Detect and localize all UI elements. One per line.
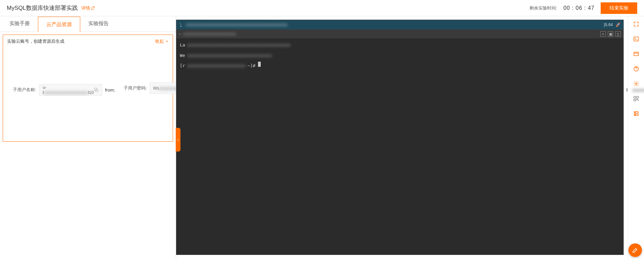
detail-link[interactable]: 详情 bbox=[81, 5, 95, 11]
terminal-cursor bbox=[258, 62, 261, 67]
fullscreen-icon[interactable] bbox=[632, 20, 640, 28]
svg-point-30 bbox=[635, 115, 636, 115]
terminal-prompt-text: xxxxxxxxxxxxxxxxxxxxxxxxxx bbox=[183, 32, 236, 36]
timer-label: 剩余实验时间: bbox=[530, 5, 557, 11]
terminal-area: ‹ xxxxxxxxxxxxxxxxxxxxxxxxxxxxxxxxxxxxxx… bbox=[176, 16, 628, 259]
float-edit-button[interactable] bbox=[628, 243, 642, 257]
terminal-chevron-icon: › bbox=[179, 32, 180, 36]
rocket-icon: 🚀 bbox=[616, 22, 621, 27]
link-out-icon bbox=[91, 6, 95, 10]
terminal-grid-icon[interactable]: ▦ bbox=[608, 31, 613, 37]
qr-icon[interactable] bbox=[632, 95, 640, 102]
right-rail bbox=[628, 16, 644, 259]
terminal-tab-suffix: )5.64 bbox=[604, 22, 613, 27]
terminal-tab-title: xxxxxxxxxxxxxxxxxxxxxxxxxxxxxxxxxxxxxxxx… bbox=[186, 22, 601, 27]
svg-point-23 bbox=[635, 83, 637, 85]
svg-rect-26 bbox=[634, 99, 636, 101]
terminal-line: [r bbox=[180, 62, 185, 70]
svg-rect-25 bbox=[637, 96, 638, 98]
tabs: 实验手册 云产品资源 实验报告 bbox=[0, 16, 176, 32]
terminal-line: We bbox=[180, 52, 185, 60]
header: MySQL数据库快速部署实践 详情 剩余实验时间: 00 : 06 : 47 结… bbox=[0, 0, 644, 16]
svg-rect-20 bbox=[634, 37, 639, 41]
account-section-title: 实验云账号，创建资源后生成 bbox=[7, 38, 64, 44]
chevron-up-icon bbox=[165, 40, 169, 43]
svg-point-29 bbox=[635, 112, 636, 113]
collapse-toggle[interactable]: 收起 bbox=[155, 38, 169, 44]
tab-report[interactable]: 实验报告 bbox=[80, 16, 117, 32]
terminal-prompt-bar: › xxxxxxxxxxxxxxxxxxxxxxxxxx + ▦ ▯ bbox=[176, 29, 623, 38]
window-icon[interactable] bbox=[632, 50, 640, 58]
terminal-body[interactable]: La xxxxxxxxxxxxxxxxxxxxxxxxxxxxxxxxxxxxx… bbox=[176, 38, 623, 255]
tab-resources[interactable]: 云产品资源 bbox=[38, 17, 80, 32]
server-icon[interactable] bbox=[632, 110, 640, 117]
chevron-left-icon: ‹ bbox=[177, 137, 179, 142]
sub-pwd-label: 子用户密码: bbox=[118, 85, 147, 91]
timer-value: 00 : 06 : 47 bbox=[563, 5, 595, 11]
resources-panel: 实验云账号，创建资源后生成 收起 子用户名称: u-txxxxxxxxxxxxx… bbox=[3, 35, 173, 142]
terminal[interactable]: xxxxxxxxxxxxxxxxxxxxxxxxxxxxxxxxxxxxxxxx… bbox=[176, 20, 624, 255]
settings-icon[interactable] bbox=[632, 80, 640, 87]
terminal-add-icon[interactable]: + bbox=[600, 31, 606, 37]
sub-user-value: u-txxxxxxxxxxxxxxxxxxxxl10 bbox=[39, 84, 102, 96]
terminal-line: La bbox=[180, 41, 185, 49]
terminal-rail-icon[interactable] bbox=[632, 35, 640, 43]
sub-user-label: 子用户名称: bbox=[7, 87, 36, 93]
svg-rect-21 bbox=[634, 52, 639, 56]
end-experiment-button[interactable]: 结束实验 bbox=[601, 2, 637, 14]
terminal-tabbar: xxxxxxxxxxxxxxxxxxxxxxxxxxxxxxxxxxxxxxxx… bbox=[176, 20, 623, 29]
tab-manual[interactable]: 实验手册 bbox=[1, 16, 38, 32]
panel-collapse-handle[interactable]: ‹ bbox=[176, 128, 180, 152]
page-title: MySQL数据库快速部署实践 bbox=[7, 4, 78, 12]
terminal-branch-icon bbox=[179, 23, 183, 27]
terminal-split-icon[interactable]: ▯ bbox=[615, 31, 621, 37]
svg-rect-24 bbox=[634, 96, 636, 98]
left-panel: 实验手册 云产品资源 实验报告 实验云账号，创建资源后生成 收起 子用户名称: … bbox=[0, 16, 176, 259]
help-rail-icon[interactable] bbox=[632, 65, 640, 73]
copy-icon[interactable] bbox=[94, 87, 99, 92]
